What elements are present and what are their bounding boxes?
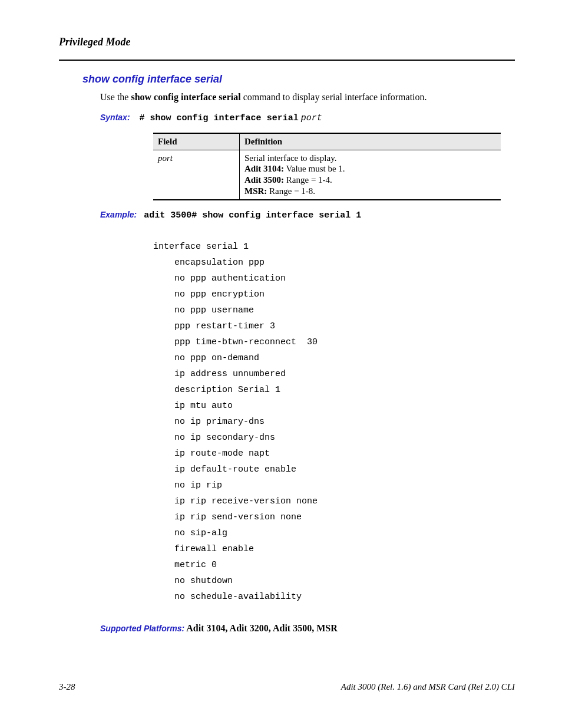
- td-definition: Serial interface to display. Adit 3104: …: [240, 150, 501, 200]
- example-row: Example: adit 3500# show config interfac…: [100, 209, 515, 222]
- th-field: Field: [153, 133, 240, 150]
- syntax-cmd: show config interface serial: [150, 113, 299, 123]
- page-header: Privileged Mode: [59, 35, 515, 49]
- def-line1: Serial interface to display.: [244, 153, 336, 163]
- syntax-label: Syntax:: [100, 113, 130, 122]
- field-table: Field Definition port Serial interface t…: [153, 133, 501, 200]
- supported-text: Adit 3104, Adit 3200, Adit 3500, MSR: [184, 623, 338, 633]
- th-definition: Definition: [240, 133, 501, 150]
- syntax-prompt: #: [140, 113, 150, 123]
- footer-left: 3-28: [59, 681, 75, 693]
- intro-suffix: command to display serial interface info…: [241, 92, 427, 102]
- output-block: interface serial 1 encapsulation ppp no …: [153, 239, 515, 605]
- footer-right: Adit 3000 (Rel. 1.6) and MSR Card (Rel 2…: [341, 681, 515, 693]
- td-field: port: [158, 153, 173, 163]
- def-l4b: Range = 1-8.: [267, 186, 315, 196]
- intro-text: Use the show config interface serial com…: [100, 91, 515, 103]
- example-label: Example:: [100, 210, 137, 219]
- footer: 3-28 Adit 3000 (Rel. 1.6) and MSR Card (…: [59, 681, 515, 693]
- syntax-row: Syntax: # show config interface serial p…: [100, 111, 515, 124]
- syntax-arg-text: port: [301, 113, 322, 123]
- table-row: port Serial interface to display. Adit 3…: [153, 150, 501, 200]
- intro-prefix: Use the: [100, 92, 131, 102]
- section-title: show config interface serial: [82, 73, 515, 86]
- def-l4a: MSR:: [244, 186, 267, 196]
- supported-label: Supported Platforms:: [100, 624, 184, 633]
- table-header-row: Field Definition: [153, 133, 501, 150]
- def-l3b: Range = 1-4.: [284, 175, 332, 185]
- def-l3a: Adit 3500:: [244, 175, 284, 185]
- intro-cmd: show config interface serial: [131, 92, 240, 102]
- example-cmd: adit 3500# show config interface serial …: [144, 210, 361, 220]
- supported-platforms: Supported Platforms: Adit 3104, Adit 320…: [100, 622, 515, 634]
- def-l2b: Value must be 1.: [284, 164, 345, 173]
- divider: [59, 60, 515, 61]
- def-l2a: Adit 3104:: [244, 164, 284, 173]
